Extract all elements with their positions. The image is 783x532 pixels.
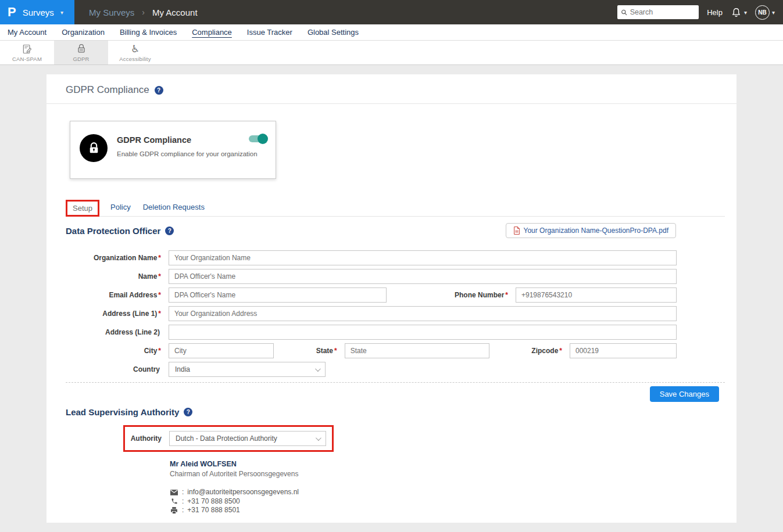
- app-screen: P Surveys ▾ My Surveys › My Account Help…: [0, 0, 783, 532]
- chevron-down-icon: [316, 435, 321, 441]
- gdpr-panel: GDPR Compliance ? GDPR Compliance Enable…: [47, 74, 736, 523]
- chevron-down-icon: [315, 366, 321, 372]
- account-nav: My Account Organization Billing & Invoic…: [0, 24, 783, 41]
- page-background: GDPR Compliance ? GDPR Compliance Enable…: [0, 65, 783, 523]
- contact-email-line: : info@autoriteitpersoonsgegevens.nl: [170, 488, 725, 497]
- authority-contact-name: Mr Aleid WOLFSEN: [170, 460, 725, 468]
- account-menu[interactable]: NB ▾: [755, 5, 775, 20]
- help-circle-icon[interactable]: ?: [165, 227, 174, 235]
- tab-setup[interactable]: Setup: [66, 200, 99, 217]
- contact-separator: :: [182, 497, 184, 506]
- address-line2-input[interactable]: [169, 325, 677, 340]
- gdpr-toggle[interactable]: [249, 135, 266, 142]
- authority-contact-title: Chairman of Autoriteit Persoonsgegevens: [170, 470, 725, 478]
- notifications-menu[interactable]: ▾: [731, 7, 747, 18]
- card-title: GDPR Compliance: [117, 135, 191, 145]
- required-asterisk: *: [158, 272, 161, 281]
- form-row: Name*: [66, 269, 677, 284]
- help-circle-icon[interactable]: ?: [184, 408, 192, 416]
- field-label: Name: [138, 272, 158, 281]
- required-asterisk: *: [158, 291, 161, 299]
- top-bar: P Surveys ▾ My Surveys › My Account Help…: [0, 0, 783, 24]
- authority-select[interactable]: Dutch - Data Protection Authority: [169, 431, 326, 446]
- contact-separator: :: [182, 506, 184, 515]
- email-address-input[interactable]: [169, 287, 387, 303]
- search-input[interactable]: [630, 8, 696, 16]
- tab-accessibility[interactable]: ♿ Accessibility: [108, 41, 162, 64]
- country-select[interactable]: India: [169, 362, 326, 377]
- wheelchair-icon: ♿: [131, 43, 140, 55]
- dpo-heading: Data Protection Officer: [66, 226, 160, 236]
- envelope-icon: [170, 490, 178, 495]
- contact-fax-line: : +31 70 888 8501: [170, 506, 725, 515]
- nav-item-organization[interactable]: Organization: [62, 28, 105, 37]
- lsa-heading: Lead Supervising Authority: [66, 407, 179, 417]
- tab-gdpr[interactable]: GDPR: [54, 41, 108, 64]
- field-label: Email Address: [109, 291, 157, 299]
- tab-deletion-requests[interactable]: Deletion Requests: [142, 199, 206, 216]
- padlock-icon: [76, 43, 87, 55]
- bell-icon: [731, 7, 742, 18]
- gdpr-toggle-card: GDPR Compliance Enable GDPR compliance f…: [70, 121, 276, 179]
- document-pencil-icon: [21, 43, 33, 55]
- dpa-officer-name-input[interactable]: [169, 269, 677, 284]
- nav-item-issue-tracker[interactable]: Issue Tracker: [247, 28, 292, 37]
- form-row: Organization Name*: [66, 250, 677, 265]
- breadcrumb-my-surveys[interactable]: My Surveys: [89, 8, 134, 17]
- search-box[interactable]: [617, 5, 699, 19]
- pdf-file-icon: [513, 227, 520, 235]
- nav-item-billing-invoices[interactable]: Billing & Invoices: [120, 28, 177, 37]
- city-input[interactable]: [169, 343, 274, 358]
- chevron-down-icon: ▾: [744, 9, 747, 16]
- avatar: NB: [755, 5, 770, 20]
- help-link[interactable]: Help: [707, 8, 723, 17]
- chevron-down-icon: ▾: [60, 9, 63, 16]
- help-circle-icon[interactable]: ?: [155, 86, 163, 95]
- section-tab-bar: Setup Policy Deletion Requests: [66, 199, 725, 217]
- nav-item-compliance[interactable]: Compliance: [192, 28, 232, 37]
- field-label: City: [144, 347, 158, 355]
- state-input[interactable]: [345, 343, 489, 358]
- zipcode-input[interactable]: [570, 343, 677, 358]
- phone-icon: [171, 498, 178, 505]
- chevron-down-icon: ▾: [772, 9, 775, 16]
- contact-email: info@autoriteitpersoonsgegevens.nl: [187, 488, 299, 497]
- tab-policy[interactable]: Policy: [109, 199, 132, 216]
- divider: [47, 103, 736, 104]
- form-row: Address (Line 2): [66, 325, 677, 340]
- topbar-actions: Help ▾ NB ▾: [617, 0, 783, 24]
- contact-fax: +31 70 888 8501: [187, 506, 239, 515]
- save-changes-button-dpo[interactable]: Save Changes: [650, 386, 719, 402]
- field-label: Address (Line 1): [102, 310, 157, 318]
- page-title: GDPR Compliance: [66, 84, 149, 96]
- phone-number-input[interactable]: [516, 287, 677, 303]
- required-asterisk: *: [158, 254, 161, 262]
- form-row: Country India: [66, 362, 677, 377]
- dpa-pdf-button[interactable]: Your Organization Name-QuestionPro-DPA.p…: [506, 223, 676, 238]
- tab-label: CAN-SPAM: [12, 56, 42, 62]
- nav-item-my-account[interactable]: My Account: [8, 28, 47, 37]
- nav-item-global-settings[interactable]: Global Settings: [308, 28, 359, 37]
- field-label: Organization Name: [94, 254, 157, 262]
- form-row: Address (Line 1)*: [66, 306, 677, 321]
- product-menu-label: Surveys: [23, 8, 54, 17]
- authority-value: Dutch - Data Protection Authority: [176, 434, 277, 443]
- compliance-tab-bar: CAN-SPAM GDPR ♿ Accessibility: [0, 41, 783, 65]
- tab-can-spam[interactable]: CAN-SPAM: [0, 41, 54, 64]
- contact-separator: :: [182, 488, 184, 497]
- contact-phone-line: : +31 70 888 8500: [170, 497, 725, 506]
- dashed-divider: [66, 382, 725, 383]
- breadcrumb-separator-icon: ›: [142, 8, 145, 17]
- required-asterisk: *: [158, 347, 161, 355]
- field-label: Address (Line 2): [105, 328, 160, 336]
- required-asterisk: *: [505, 291, 508, 299]
- product-switcher[interactable]: P Surveys ▾: [0, 0, 74, 24]
- card-description: Enable GDPR compliance for your organiza…: [117, 150, 258, 157]
- required-asterisk: *: [334, 347, 337, 355]
- toggle-knob: [258, 134, 268, 144]
- address-line1-input[interactable]: [169, 306, 677, 321]
- required-asterisk: *: [559, 347, 562, 355]
- organization-name-input[interactable]: [169, 250, 677, 265]
- tab-label: Accessibility: [119, 56, 151, 62]
- tab-label: GDPR: [73, 56, 89, 62]
